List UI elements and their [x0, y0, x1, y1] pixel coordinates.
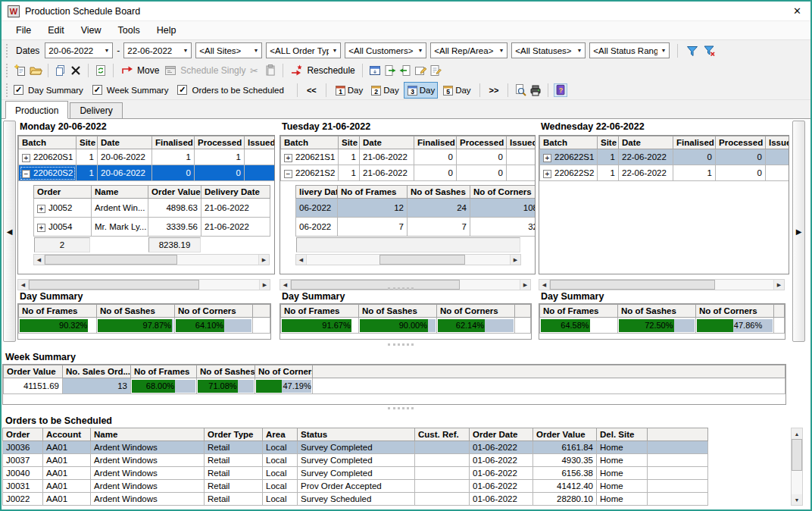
scrollbar-thumb[interactable]	[45, 255, 177, 265]
subgrid-row[interactable]: 06-2022 7 7 32	[296, 218, 536, 237]
column-header-site[interactable]: Site	[77, 136, 98, 149]
menu-file[interactable]: File	[8, 22, 39, 39]
scrollbar-track[interactable]	[792, 439, 802, 494]
scrollbar-thumb[interactable]	[291, 280, 460, 290]
apply-filter-icon[interactable]	[686, 44, 699, 58]
column-header-issued[interactable]: Issued	[245, 136, 276, 149]
order-row[interactable]: J0040 AA01 Ardent Windows Retail Local S…	[3, 467, 708, 480]
scrollbar-thumb[interactable]	[792, 439, 802, 471]
toolbar-grip[interactable]	[6, 64, 10, 77]
expand-icon[interactable]: +	[22, 154, 30, 162]
order-row[interactable]: J0022 AA01 Ardent Windows Retail Local S…	[3, 493, 708, 506]
column-header-issued[interactable]: Issued	[507, 136, 536, 149]
scroll-left-arrow[interactable]: ◀	[18, 280, 29, 290]
column-header-finalised[interactable]: Finalised	[673, 136, 716, 149]
statuses-combo[interactable]: <All Statuses> ▼	[511, 42, 586, 58]
menu-edit[interactable]: Edit	[39, 22, 73, 39]
help-icon[interactable]: ?	[554, 83, 567, 97]
chevron-down-icon[interactable]: ▼	[495, 48, 507, 53]
day-summary-checkbox[interactable]: ✓	[14, 85, 23, 95]
column-header-status[interactable]: Status	[298, 428, 415, 441]
customers-combo[interactable]: <All Customers> ▼	[345, 42, 426, 58]
subgrid-row[interactable]: +J0052 Ardent Win... 4898.63 21-06-2022	[34, 199, 270, 218]
edit-schedule-icon[interactable]	[414, 64, 427, 77]
column-header-name[interactable]: Name	[91, 428, 205, 441]
five-day-button[interactable]: 5 Day	[439, 82, 473, 99]
date-from-combo[interactable]: 20-06-2022 ▼	[45, 42, 113, 58]
scroll-left-arrow[interactable]: ◀	[539, 280, 550, 290]
batch-row[interactable]: −220621S2 1 21-06-2022 0 0 0	[281, 165, 536, 181]
column-header-processed[interactable]: Processed	[195, 136, 245, 149]
scroll-right-arrow[interactable]: ▶	[520, 280, 530, 290]
one-day-button[interactable]: 1 Day	[332, 82, 366, 99]
column-header-del-site[interactable]: Del. Site	[597, 428, 648, 441]
subgrid-horizontal-scrollbar[interactable]: ◀ ▶	[33, 254, 270, 265]
schedule-singly-button[interactable]: Schedule Singly	[162, 62, 247, 79]
column-header-frames[interactable]: No of Frames	[338, 186, 408, 199]
chevron-down-icon[interactable]: ▼	[414, 48, 426, 53]
column-header-corners[interactable]: No of Corners	[470, 186, 536, 199]
chevron-down-icon[interactable]: ▼	[573, 48, 585, 53]
refresh-batch-icon[interactable]	[94, 64, 108, 77]
column-header-finalised[interactable]: Finalised	[414, 136, 457, 149]
column-header-order-date[interactable]: Order Date	[470, 428, 533, 441]
subgrid-row-highlighted[interactable]: 06-2022 12 24 108	[296, 199, 536, 218]
order-row[interactable]: J0031 AA01 Ardent Windows Retail Local P…	[3, 480, 708, 493]
column-header-name[interactable]: Name	[92, 186, 148, 199]
move-in-day-icon[interactable]	[398, 64, 412, 77]
two-day-button[interactable]: 2 Day	[367, 82, 401, 99]
move-out-day-icon[interactable]	[383, 64, 397, 77]
column-header-batch[interactable]: Batch	[19, 136, 77, 149]
next-days-button[interactable]: >>	[486, 84, 503, 96]
scrollbar-track[interactable]	[550, 280, 773, 290]
order-row[interactable]: J0037 AA01 Ardent Windows Retail Local S…	[3, 454, 708, 467]
status-range-combo[interactable]: <All Status Range ▼	[589, 42, 670, 58]
collapse-icon[interactable]: −	[284, 170, 292, 178]
scroll-left-arrow[interactable]: ◀	[34, 255, 45, 265]
scrollbar-track[interactable]	[29, 280, 259, 290]
week-summary-checkbox[interactable]: ✓	[92, 85, 102, 95]
panel-horizontal-scrollbar[interactable]: ◀ ▶	[17, 279, 270, 290]
batch-row-selected[interactable]: −220620S2 1 20-06-2022 0 0 0	[19, 165, 276, 181]
scrollbar-thumb[interactable]	[29, 280, 199, 290]
scroll-right-arrow[interactable]: ▶	[510, 255, 520, 265]
column-header-cust-ref[interactable]: Cust. Ref.	[415, 428, 470, 441]
date-to-combo[interactable]: 22-06-2022 ▼	[123, 42, 192, 58]
column-header-site[interactable]: Site	[598, 136, 619, 149]
toolbar-grip[interactable]	[6, 83, 10, 97]
open-batch-icon[interactable]	[29, 64, 42, 77]
column-header-processed[interactable]: Processed	[716, 136, 766, 149]
column-header-date[interactable]: Date	[360, 136, 414, 149]
chevron-down-icon[interactable]: ▼	[250, 48, 261, 53]
toolbar-grip[interactable]	[6, 44, 10, 58]
scroll-down-arrow[interactable]: ▼	[792, 494, 802, 505]
collapse-icon[interactable]: −	[22, 170, 30, 178]
column-header-order[interactable]: Order	[3, 428, 43, 441]
splitter-handle[interactable]	[388, 407, 414, 409]
previous-days-button[interactable]: <<	[303, 84, 320, 96]
subgrid-horizontal-scrollbar[interactable]: ◀ ▶	[295, 254, 521, 265]
tab-delivery[interactable]: Delivery	[70, 102, 122, 118]
chevron-down-icon[interactable]: ▼	[101, 48, 112, 53]
menu-help[interactable]: Help	[148, 22, 185, 39]
new-batch-icon[interactable]	[14, 64, 27, 77]
column-header-date[interactable]: Date	[98, 136, 152, 149]
splitter-handle[interactable]	[388, 343, 414, 346]
scroll-days-left-button[interactable]: ◀	[3, 121, 16, 342]
expand-icon[interactable]: +	[543, 170, 551, 178]
column-header-processed[interactable]: Processed	[457, 136, 507, 149]
scroll-left-arrow[interactable]: ◀	[296, 255, 307, 265]
column-header-batch[interactable]: Batch	[281, 136, 339, 149]
scroll-right-arrow[interactable]: ▶	[258, 255, 269, 265]
scrollbar-track[interactable]	[45, 255, 258, 265]
properties-icon[interactable]	[429, 64, 442, 77]
batch-row-highlighted[interactable]: +220622S1 1 22-06-2022 0 0	[540, 149, 790, 165]
column-header-area[interactable]: Area	[263, 428, 298, 441]
clear-filter-icon[interactable]	[703, 44, 717, 58]
column-header-delivery-date[interactable]: Delivery Date	[201, 186, 270, 199]
order-row-selected[interactable]: J0036 AA01 Ardent Windows Retail Local S…	[3, 441, 708, 454]
sites-combo[interactable]: <All Sites> ▼	[195, 42, 262, 58]
delete-icon[interactable]	[69, 64, 83, 77]
orders-to-be-scheduled-checkbox[interactable]: ✓	[177, 85, 187, 95]
expand-icon[interactable]: +	[543, 154, 551, 162]
